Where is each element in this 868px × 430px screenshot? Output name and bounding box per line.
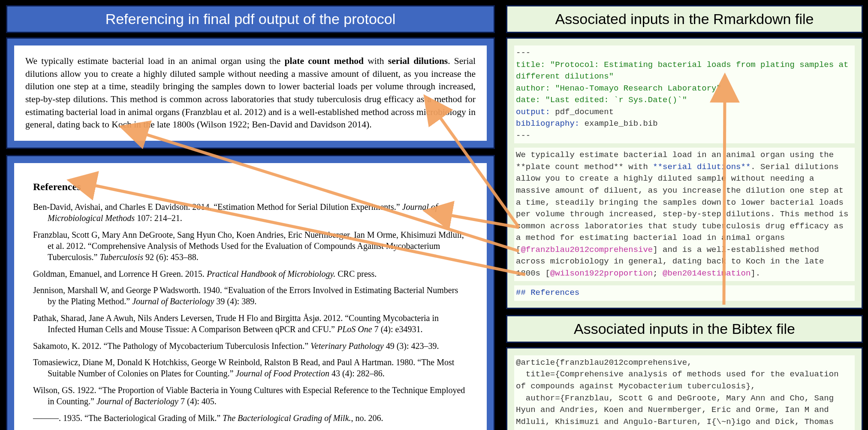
citation-key: @franzblau2012comprehensive [521,245,653,254]
reference-entry: Ben-David, Avishai, and Charles E Davids… [33,201,468,224]
yaml-output-key: output: [516,107,550,117]
yaml-output-val: pdf_document [550,107,614,117]
rmd-title: Associated inputs in the Rmarkdown file [507,6,862,32]
rmd-refs-head: ## References [514,285,855,301]
reference-entry: ———. 1935. “The Bacteriological Grading … [33,412,468,424]
md-heading: ## References [516,288,579,297]
rmd-title-panel: Associated inputs in the Rmarkdown file [506,5,863,33]
bold-2: serial dilutions [388,56,448,66]
pdf-paragraph: We typically estimate bacterial load in … [14,45,487,141]
pdf-refs-panel: References Ben-David, Avishai, and Charl… [6,155,495,430]
text-seg: with [364,56,388,66]
rmd-code-panel: --- title: "Protocol: Estimating bacteri… [506,37,863,309]
text-seg: . Serial dilutions allow you to create a… [25,56,476,130]
left-title: Referencing in final pdf output of the p… [7,6,494,32]
reference-entry: Franzblau, Scott G, Mary Ann DeGroote, S… [33,229,468,263]
reference-entry: Sakamoto, K. 2012. “The Pathology of Myc… [33,340,468,351]
pdf-text-panel: We typically estimate bacterial load in … [6,37,495,149]
yaml-date: date: "Last edited: `r Sys.Date()`" [516,95,687,105]
yaml-dash: --- [516,48,530,58]
references-block: References Ben-David, Avishai, and Charl… [14,163,487,430]
yaml-bib-val: example_bib.bib [579,119,657,128]
references-heading: References [33,181,468,193]
yaml-author: author: "Henao-Tomayo Research Laborator… [516,84,721,93]
text-seg: We typically estimate bacterial load in … [25,56,285,66]
md-seg: ]. [750,269,760,278]
yaml-dash: --- [516,131,530,140]
rmd-yaml: --- title: "Protocol: Estimating bacteri… [514,45,855,143]
citation-key: @ben2014estimation [663,269,750,278]
reference-entry: Jennison, Marshall W, and George P Wadsw… [33,285,468,307]
citation-key: @wilson1922proportion [550,269,653,278]
md-seg: . Serial dilutions allow you to create a… [516,162,853,254]
left-title-panel: Referencing in final pdf output of the p… [6,5,495,33]
bibtex-title-panel: Associated inputs in the Bibtex file [506,315,863,343]
reference-entry: Tomasiewicz, Diane M, Donald K Hotchkiss… [33,357,468,379]
bold-1: plate count method [285,56,364,66]
yaml-bib-key: bibliography: [516,119,579,128]
bibtex-code-panel: @article{franzblau2012comprehensive, tit… [506,347,863,430]
md-seg: ; [653,269,663,278]
yaml-title: title: "Protocol: Estimating bacterial l… [516,60,853,82]
bibtex-title: Associated inputs in the Bibtex file [507,316,862,342]
reference-entry: Wilson, GS. 1922. “The Proportion of Via… [33,385,468,407]
md-bold: **serial dilutions** [653,162,750,172]
reference-entry: Pathak, Sharad, Jane A Awuh, Nils Anders… [33,312,468,335]
bibtex-entry: @article{franzblau2012comprehensive, tit… [514,355,855,430]
rmd-body: We typically estimate bacterial load in … [514,148,855,281]
reference-entry: Goldman, Emanuel, and Lorrence H Green. … [33,268,468,279]
